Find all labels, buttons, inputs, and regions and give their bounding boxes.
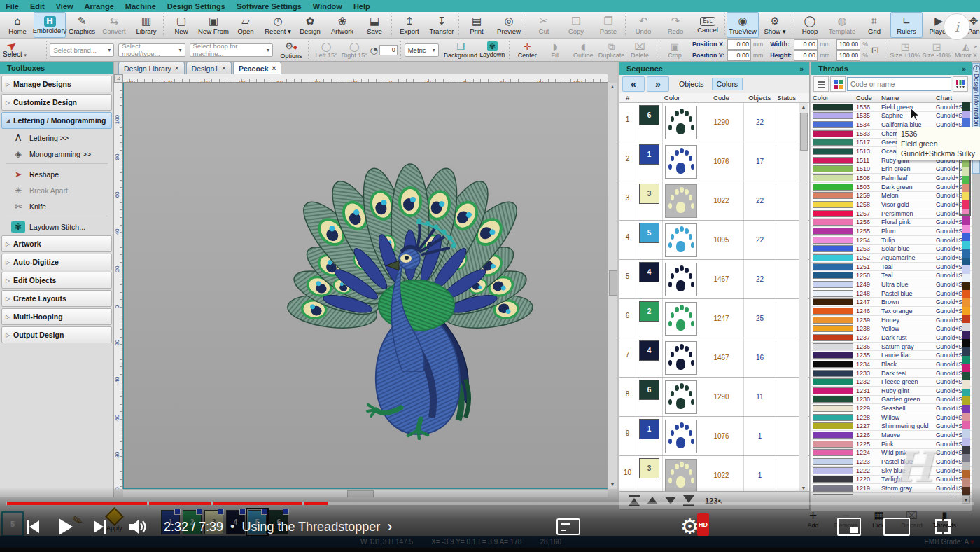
menu-edit[interactable]: Edit — [30, 2, 45, 11]
toolbox-auto-digitize[interactable]: ▷ Auto-Digitize — [1, 254, 112, 270]
width-input[interactable] — [794, 39, 818, 50]
duplicate-button[interactable]: ⧉Duplicate — [597, 41, 626, 59]
fullscreen-button[interactable] — [935, 519, 951, 534]
toolbar-button[interactable] — [458, 13, 460, 36]
export-button[interactable]: ↥ Export — [393, 12, 426, 38]
collapse-panel-icon[interactable]: » — [962, 65, 966, 73]
thread-search-input[interactable] — [847, 77, 951, 91]
rotate-angle-input[interactable] — [379, 45, 398, 55]
background-button[interactable]: ❒Background — [443, 41, 479, 59]
new-from-button[interactable]: ▣ New From — [197, 12, 230, 38]
tab-design-library[interactable]: Design Library × — [118, 62, 185, 74]
menu-help[interactable]: Help — [354, 2, 370, 11]
ruler-corner[interactable]: ⊿ — [114, 74, 123, 83]
toolbox-item[interactable] — [6, 216, 108, 217]
thread-row[interactable]: 1249 Ultra blue Gunold+Stick — [811, 280, 972, 289]
menu-view[interactable]: View — [56, 2, 74, 11]
delete-button[interactable]: ⌧Delete — [626, 41, 654, 59]
fill-button[interactable]: ◗Fill — [541, 41, 569, 59]
open-button[interactable]: ▱ Open — [230, 12, 262, 38]
thread-row[interactable]: 1234 Black Gunold+Stick — [811, 360, 972, 369]
menu-arrange[interactable]: Arrange — [85, 2, 114, 11]
color-swatch[interactable]: 5 — [639, 223, 659, 243]
tool-reshape[interactable]: ➤ Reshape — [1, 167, 112, 181]
close-icon[interactable]: × — [175, 64, 179, 72]
thread-row[interactable]: 1237 Dark rust Gunold+Stick — [811, 333, 972, 343]
thread-row[interactable]: 1239 Honey Gunold+Stick — [811, 316, 972, 325]
thread-row[interactable]: 1225 Pink Gunold+Stick — [811, 440, 972, 449]
close-icon[interactable]: × — [272, 64, 276, 72]
thread-row[interactable]: 1235 Laurie lilac Gunold+Stick — [811, 351, 972, 360]
position-x-input[interactable] — [727, 39, 751, 50]
thread-row[interactable]: 1224 Wild pink Gunold+Stick — [811, 449, 972, 458]
next-video-button[interactable] — [94, 520, 106, 534]
menu-design-settings[interactable]: Design Settings — [167, 2, 225, 11]
sequence-row[interactable]: 7 4 1467 16 — [620, 338, 809, 378]
thread-row[interactable]: 1503 Dark green Gunold+Stick — [811, 183, 972, 192]
sequence-row[interactable]: 8 6 1290 11 — [620, 378, 809, 417]
graphics-button[interactable]: ✎ Graphics — [66, 12, 98, 38]
height-input[interactable] — [794, 50, 818, 61]
thread-row[interactable]: 1508 Palm leaf Gunold+Stick — [811, 174, 972, 183]
thread-row[interactable]: 1223 Pastel blue Gunold+Stick — [811, 457, 972, 467]
thread-chart-colors-icon[interactable] — [953, 76, 968, 92]
thread-row[interactable]: 1238 Yellow Gunold+Stick — [811, 324, 972, 333]
thread-row[interactable]: 1229 Seashell Gunold+Stick — [811, 404, 972, 413]
thread-row[interactable]: 1219 Storm gray Gunold+Stick — [811, 484, 972, 493]
thread-row[interactable]: 1253 Solar blue Gunold+Stick — [811, 245, 972, 254]
canvas-horizontal-scrollbar[interactable] — [123, 489, 608, 497]
position-y-input[interactable] — [727, 50, 751, 61]
thread-row[interactable]: 1535 Saphire Gunold+Stick — [811, 112, 972, 121]
scroll-thumb[interactable] — [800, 113, 808, 151]
print-button[interactable]: ▤ Print — [461, 12, 493, 38]
toolbar-button[interactable] — [526, 13, 527, 36]
scroll-down-icon[interactable]: ▼ — [608, 481, 617, 489]
thread-row[interactable]: 1258 Visor gold Gunold+Stick — [811, 200, 972, 209]
select-tool-button[interactable]: ➤ Select ▾ — [3, 41, 43, 58]
video-chapter-title[interactable]: Using the Threadstopper — [241, 520, 380, 534]
thread-row[interactable]: 1259 Melon Gunold+Stick — [811, 192, 972, 201]
preview-button[interactable]: ◎ Preview — [493, 12, 525, 38]
thread-row[interactable]: 1231 Ruby glint Gunold+Stick — [811, 387, 972, 396]
options-button[interactable]: ⚙◆Options — [277, 41, 305, 60]
outline-button[interactable]: ◖Outline — [569, 41, 597, 59]
new-button[interactable]: ▢ New — [165, 12, 197, 38]
show-button[interactable]: ⚙ Show ▾ — [759, 12, 791, 38]
sequence-row[interactable]: 2 1 1076 17 — [620, 142, 809, 181]
scale-x-input[interactable] — [836, 39, 860, 50]
thread-row[interactable]: 1222 Sky blue Gunold+Stick — [811, 467, 972, 476]
thread-row[interactable]: 1255 Plum Gunold+Stick — [811, 227, 972, 236]
toolbox-create-layouts[interactable]: ▷ Create Layouts — [1, 290, 112, 307]
sequence-row[interactable]: 5 4 1467 22 — [620, 260, 809, 299]
color-swatch[interactable]: 2 — [639, 301, 659, 322]
miniplayer-button[interactable] — [837, 518, 861, 536]
video-progress-bar[interactable] — [0, 502, 980, 505]
toolbar-button[interactable] — [391, 13, 393, 36]
thread-row[interactable]: 1536 Field green Gunold+Stick — [811, 103, 972, 112]
lock-proportions-icon[interactable]: ⊡ — [872, 45, 879, 55]
brand-select[interactable]: Select brand...▾ — [50, 43, 114, 57]
thread-row[interactable]: 1230 Garden green Gunold+Stick — [811, 396, 972, 405]
center-button[interactable]: ✛Center — [513, 41, 541, 59]
undo-button[interactable]: ↶ Undo — [627, 12, 659, 38]
color-swatch[interactable]: 4 — [639, 262, 659, 282]
thread-row[interactable]: 1252 Aquamarine Gunold+Stick — [811, 254, 972, 263]
cut-button[interactable]: ✂ Cut — [528, 12, 560, 38]
rotate-left-15-button[interactable]: ◯Left 15° — [312, 41, 340, 59]
thread-row[interactable]: 1218 Pearl grey Gunold+Stick — [811, 493, 972, 495]
scroll-thumb[interactable] — [609, 270, 617, 296]
tab-design1[interactable]: Design1 × — [186, 62, 232, 74]
toolbox-output-design[interactable]: ▷ Output Design — [1, 326, 112, 343]
toolbar-button[interactable] — [724, 13, 726, 36]
thread-row[interactable]: 1250 Teal Gunold+Stick — [811, 271, 972, 280]
library-button[interactable]: ▥ Library — [130, 12, 162, 38]
redo-button[interactable]: ↷ Redo — [659, 12, 692, 38]
design-button[interactable]: ✿ Design — [294, 12, 326, 38]
thread-row[interactable]: 1257 Persimmon Gunold+Stick — [811, 209, 972, 219]
scroll-up-icon[interactable]: ▲ — [608, 83, 617, 91]
color-swatch[interactable]: 3 — [639, 458, 659, 478]
close-icon[interactable]: × — [222, 64, 226, 72]
canvas-vertical-scrollbar[interactable]: ▲ ▼ — [608, 83, 617, 489]
sequence-row[interactable]: 4 5 1095 22 — [620, 221, 809, 260]
model-select[interactable]: Select model/type...▾ — [118, 43, 185, 57]
